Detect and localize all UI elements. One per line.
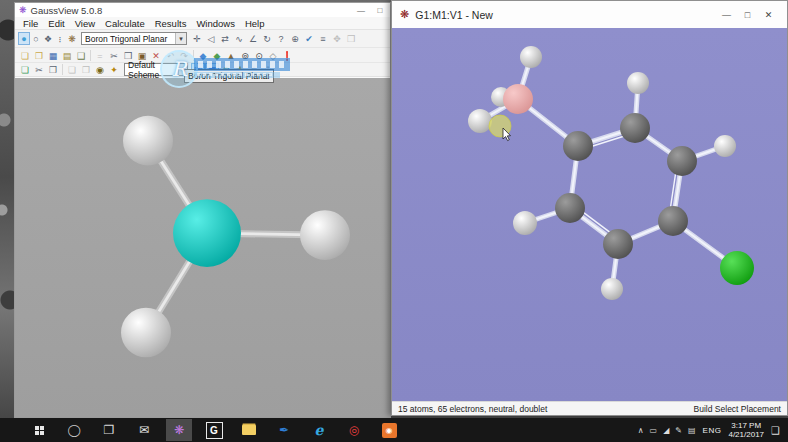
menu-edit[interactable]: Edit — [43, 18, 69, 29]
toolbar-divider — [62, 64, 63, 75]
invert-about-atom-button[interactable]: ⇄ — [218, 32, 232, 45]
scheme-star-button[interactable]: ✦ — [107, 63, 121, 76]
menu-view[interactable]: View — [70, 18, 100, 29]
C-atom[interactable] — [667, 146, 697, 176]
H-atom[interactable] — [601, 278, 623, 300]
modify-dihedral-button[interactable]: ↻ — [260, 32, 274, 45]
custom-fragment-button[interactable]: ❋ — [66, 32, 78, 45]
touch-keyboard-icon[interactable]: ▤ — [688, 426, 696, 435]
Cl-atom[interactable] — [720, 251, 754, 285]
new-file-button[interactable]: ❏ — [18, 49, 32, 62]
C-atom[interactable] — [563, 131, 593, 161]
inquire-button[interactable]: ? — [274, 32, 288, 45]
symmetrize-button[interactable]: ✥ — [330, 32, 344, 45]
prev-view-button[interactable]: ❏ — [65, 63, 79, 76]
molecule-view-window: ❋ G1:M1:V1 - New — □ ✕ 15 atoms, 65 elec… — [391, 0, 788, 416]
fragment-library-button[interactable]: ◆ — [196, 49, 210, 62]
action-center-button[interactable]: ❑ — [771, 425, 780, 436]
pen-input-icon[interactable]: ✎ — [675, 426, 682, 435]
H-atom[interactable] — [627, 72, 649, 94]
minimize-button[interactable]: — — [355, 6, 367, 15]
C-atom[interactable] — [620, 113, 650, 143]
fragment-combo[interactable]: Boron Trigonal Planar ▾ — [81, 32, 187, 45]
calculate-setup-button[interactable]: ▲ — [224, 49, 238, 62]
task-view-button[interactable]: ❐ — [96, 419, 122, 441]
add-valence-button[interactable]: ✛ — [190, 32, 204, 45]
close-button[interactable]: ✕ — [758, 10, 779, 20]
menu-results[interactable]: Results — [150, 18, 192, 29]
rebond-button[interactable]: ≡ — [316, 32, 330, 45]
cut-view-button[interactable]: ✂ — [32, 63, 46, 76]
H-atom[interactable] — [714, 135, 736, 157]
delete-atom-button[interactable]: ◁ — [204, 32, 218, 45]
H-atom[interactable] — [121, 308, 171, 358]
menu-bar: FileEditViewCalculateResultsWindowsHelp — [15, 17, 390, 30]
left-title-bar[interactable]: ❋ GaussView 5.0.8 — □ — [15, 3, 390, 17]
C-atom[interactable] — [658, 206, 688, 236]
redo-button[interactable]: ↷ — [177, 49, 191, 62]
open-file-button[interactable]: ❐ — [32, 49, 46, 62]
key-one-button[interactable]: ⊚ — [238, 49, 252, 62]
clock[interactable]: 3:17 PM 4/21/2017 — [728, 421, 764, 439]
molecule-canvas[interactable] — [392, 28, 787, 403]
ring-fragment-button[interactable]: ○ — [30, 32, 42, 45]
chevron-down-icon[interactable]: ▾ — [175, 33, 186, 44]
network-icon[interactable]: ◢ — [663, 426, 669, 435]
modify-bond-button[interactable]: ∿ — [232, 32, 246, 45]
next-view-button[interactable]: ❐ — [79, 63, 93, 76]
H-atom[interactable] — [520, 46, 542, 68]
menu-file[interactable]: File — [18, 18, 43, 29]
cortana-search-button[interactable]: ◯ — [61, 419, 87, 441]
biological-fragment-button[interactable]: ⁝ — [54, 32, 66, 45]
gaussview-app-button[interactable]: ❋ — [166, 419, 192, 441]
clean-structure-button[interactable]: ✔ — [302, 32, 316, 45]
element-fragment-button[interactable]: ● — [18, 32, 30, 45]
save-file-button[interactable]: ▦ — [46, 49, 60, 62]
gaussian-app-button[interactable]: G — [201, 419, 227, 441]
right-window-title: G1:M1:V1 - New — [415, 9, 493, 21]
right-title-bar[interactable]: ❋ G1:M1:V1 - New — □ ✕ — [392, 1, 787, 28]
arrange-windows-button[interactable]: ❐ — [46, 63, 60, 76]
add-view-button[interactable]: ❏ — [18, 63, 32, 76]
C-atom[interactable] — [555, 193, 585, 223]
H-atom[interactable] — [300, 210, 350, 260]
cut-button[interactable]: ✂ — [107, 49, 121, 62]
menu-calculate[interactable]: Calculate — [100, 18, 150, 29]
scheme-combo[interactable]: Default Scheme ▾ — [124, 63, 188, 76]
spin-warning-button[interactable]: ❗ — [280, 49, 294, 62]
minimize-button[interactable]: — — [716, 10, 737, 20]
print-button[interactable]: ▤ — [60, 49, 74, 62]
edge-browser-button[interactable]: e — [306, 419, 332, 441]
equals-button[interactable]: = — [93, 49, 107, 62]
menu-windows[interactable]: Windows — [191, 18, 240, 29]
capture-image-button[interactable]: ❑ — [74, 49, 88, 62]
H-atom[interactable] — [468, 109, 492, 133]
file-explorer-button[interactable] — [236, 419, 262, 441]
maximize-button[interactable]: □ — [737, 10, 758, 20]
centroid-button[interactable]: ⊕ — [288, 32, 302, 45]
C-atom[interactable] — [603, 229, 633, 259]
tray-expand-icon[interactable]: ∧ — [638, 426, 644, 435]
select-tool-button[interactable]: ❒ — [344, 32, 358, 45]
orange-app-button[interactable]: ◉ — [376, 419, 402, 441]
menu-help[interactable]: Help — [240, 18, 270, 29]
B-atom[interactable] — [173, 199, 241, 267]
key-two-button[interactable]: ⊙ — [252, 49, 266, 62]
start-button[interactable] — [26, 419, 52, 441]
system-tray: ∧▭◢✎▤ ENG 3:17 PM 4/21/2017 ❑ — [638, 421, 788, 439]
blue-pen-app-button[interactable]: ✒ — [271, 419, 297, 441]
mail-app-button[interactable]: ✉ — [131, 419, 157, 441]
red-app-button[interactable]: ◎ — [341, 419, 367, 441]
pdb-open-button[interactable]: ◆ — [210, 49, 224, 62]
r-group-fragment-button[interactable]: ❖ — [42, 32, 54, 45]
language-indicator[interactable]: ENG — [703, 426, 722, 435]
B-atom[interactable] — [503, 84, 533, 114]
charge-button[interactable]: ◇ — [266, 49, 280, 62]
modify-angle-button[interactable]: ∠ — [246, 32, 260, 45]
maximize-button[interactable]: □ — [374, 6, 386, 15]
builder-fragment-canvas[interactable] — [15, 78, 390, 417]
battery-icon[interactable]: ▭ — [650, 426, 658, 435]
camera-button[interactable]: ◉ — [93, 63, 107, 76]
H-atom[interactable] — [513, 211, 537, 235]
H-atom[interactable] — [123, 116, 173, 166]
